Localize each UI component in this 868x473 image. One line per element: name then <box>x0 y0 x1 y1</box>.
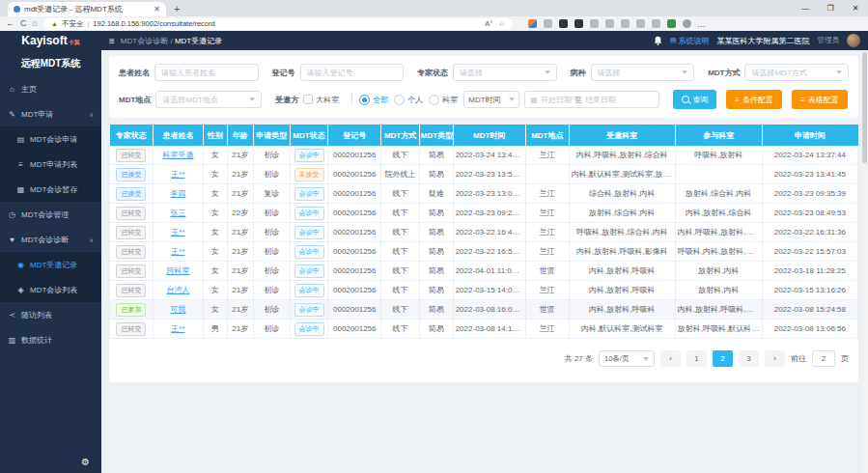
sidebar-item-label: MDT受邀记录 <box>30 260 77 270</box>
page-size-select[interactable]: 10条/页 <box>599 350 655 367</box>
radio-personal[interactable] <box>394 95 405 105</box>
mdt-place-select[interactable]: 请选择MDT地点 <box>155 91 262 108</box>
expert-status-select[interactable]: 请选择 <box>453 64 557 81</box>
sidebar-item-mdt-consult-list[interactable]: ◈MDT会诊列表 <box>0 277 101 302</box>
window-minimize-icon[interactable]: — <box>793 0 818 16</box>
patient-name-link[interactable]: 张三 <box>170 209 185 217</box>
patient-name-link[interactable]: 王** <box>171 247 184 256</box>
sidebar-item-mdt-invite-record[interactable]: ◉MDT受邀记录 <box>0 252 101 277</box>
patient-name-link[interactable]: 王** <box>171 228 184 236</box>
home-nav-icon[interactable]: ⌂ <box>33 19 38 28</box>
user-avatar[interactable] <box>847 34 860 47</box>
back-icon[interactable]: ← <box>6 19 14 28</box>
page-button-1[interactable]: 1 <box>686 350 707 367</box>
big-dept-checkbox-label: 大科室 <box>316 95 339 105</box>
column-header: MDT类型 <box>419 125 453 146</box>
extension-icon[interactable] <box>574 19 583 28</box>
sidebar-item-label: MDT申请列表 <box>30 159 77 170</box>
extension-icon[interactable] <box>652 19 660 28</box>
prev-page-button[interactable]: ‹ <box>660 350 681 367</box>
calendar-icon: ▦ <box>530 96 538 104</box>
cell-place: 兰江 <box>525 184 569 204</box>
gear-icon[interactable]: ⚙ <box>81 457 90 467</box>
bell-icon[interactable] <box>654 36 662 45</box>
sidebar-collapse-icon[interactable]: ≡ <box>109 36 115 46</box>
app-logo: Kayisoft 卡翼 <box>0 34 101 47</box>
cell-invited-depts: 内科,放射科,呼吸科,影像科 <box>569 242 675 262</box>
patient-name-link[interactable]: 王** <box>171 324 184 333</box>
tab-close-icon[interactable]: ✕ <box>154 5 160 14</box>
table-config-button[interactable]: ≡ 表格配置 <box>792 90 848 109</box>
disease-select[interactable]: 请选择 <box>591 64 695 81</box>
radio-all[interactable] <box>359 95 370 105</box>
radio-dept[interactable] <box>429 95 439 105</box>
patient-name-link[interactable]: 科室受邀 <box>162 151 193 159</box>
system-help-link[interactable]: ▤ 系统说明 <box>670 36 710 46</box>
extension-icon[interactable] <box>544 19 552 28</box>
extension-icon[interactable] <box>621 19 630 28</box>
cell-join-depts: 呼吸科,内科,放射科,影像科 <box>675 242 762 262</box>
favorite-star-icon[interactable]: ☆ <box>498 19 505 28</box>
reload-icon[interactable]: C <box>20 19 27 28</box>
breadcrumb: MDT会诊诊断 / MDT受邀记录 <box>121 36 222 46</box>
doc-icon: ▤ <box>670 37 677 44</box>
goto-page-input[interactable]: 2 <box>812 350 835 367</box>
cell-mdt-type: 疑难 <box>419 184 453 204</box>
sidebar-item-mdt-diagnose[interactable]: ♥MDT会诊诊断∧ <box>0 227 101 252</box>
table-header-row: 专家状态患者姓名性别年龄申请类型MDT状态登记号MDT方式MDT类型MDT时间M… <box>110 125 858 146</box>
sidebar-item-statistics[interactable]: ▥数据统计 <box>0 327 101 352</box>
extension-icon[interactable] <box>559 19 568 28</box>
patient-name-input[interactable]: 请输入患者姓名 <box>154 64 259 81</box>
patient-name-link[interactable]: 跨科室 <box>166 266 189 275</box>
next-page-button[interactable]: › <box>765 350 785 367</box>
extension-icon[interactable] <box>636 19 645 28</box>
condition-config-button[interactable]: ≡ 条件配置 <box>726 90 782 109</box>
sidebar-item-mdt-apply[interactable]: ✎MDT申请∧ <box>0 101 101 126</box>
divider <box>351 94 352 105</box>
cell-gender: 女 <box>203 300 227 320</box>
sidebar-item-follow-list[interactable]: ≺随访列表 <box>0 302 101 327</box>
cell-mdt-time: 2022-03-24 13:40:00 <box>453 146 525 165</box>
patient-name-link[interactable]: 台湾人 <box>166 286 189 294</box>
window-close-icon[interactable]: ✕ <box>843 0 868 16</box>
sidebar-item-mdt-manage[interactable]: ◷MDT会诊管理 <box>0 202 101 227</box>
page-scrollbar[interactable] <box>861 50 868 473</box>
big-dept-checkbox[interactable] <box>303 95 313 104</box>
read-aloud-icon[interactable]: A° <box>485 19 492 28</box>
sidebar-item-mdt-consult-apply[interactable]: ▤MDT会诊申请 <box>0 126 101 152</box>
register-no-input[interactable]: 请输入登记号 <box>300 64 405 81</box>
extension-icon[interactable] <box>590 19 599 28</box>
column-header: 性别 <box>203 125 227 146</box>
patient-name-link[interactable]: 王** <box>171 170 184 179</box>
scrollbar-thumb[interactable] <box>862 52 867 163</box>
extension-icon[interactable] <box>667 19 676 28</box>
page-button-3[interactable]: 3 <box>739 350 759 367</box>
page-button-2[interactable]: 2 <box>713 350 733 367</box>
cell-mdt-status: 未接受 <box>290 165 328 184</box>
sidebar-item-mdt-apply-list[interactable]: ≡MDT申请列表 <box>0 152 101 177</box>
extension-icon[interactable] <box>605 19 614 28</box>
cell-mdt-type: 简易 <box>419 204 453 223</box>
sidebar-item-home[interactable]: ⌂主页 <box>0 76 101 101</box>
patient-name-link[interactable]: 李四 <box>170 189 185 198</box>
cell-apply-time: 2022-03-22 15:57:03 <box>762 242 857 262</box>
date-range-input[interactable]: ▦ 开始日期 至 结束日期 <box>524 91 659 108</box>
url-input[interactable]: ▲ 不安全 | 192.168.0.156:9002/consultate/re… <box>43 18 513 30</box>
window-restore-icon[interactable]: ❐ <box>818 0 843 16</box>
patient-name-link[interactable]: 可我 <box>170 305 185 314</box>
cell-mode: 线下 <box>381 320 420 339</box>
new-tab-button[interactable]: + <box>174 3 180 14</box>
extension-icon[interactable] <box>528 19 537 28</box>
sidebar-item-mdt-consult-draft[interactable]: ▦MDT会诊暂存 <box>0 177 101 202</box>
time-type-select[interactable]: MDT时间 <box>463 91 519 108</box>
browser-menu-icon[interactable]: … <box>697 19 707 29</box>
profile-avatar-icon[interactable] <box>683 19 691 28</box>
cell-apply-time: 2022-03-24 13:37:44 <box>762 146 857 165</box>
cell-name: 李四 <box>153 184 203 204</box>
browser-tab[interactable]: mdt受邀记录 - 远程MDT系统 ✕ <box>8 2 166 16</box>
cell-expert-status: 已接受 <box>110 184 154 204</box>
cell-name: 王** <box>153 223 203 242</box>
search-button[interactable]: 查询 <box>673 90 716 109</box>
mdt-mode-select[interactable]: 请选择MDT方式 <box>744 64 849 81</box>
cell-apply-type: 初诊 <box>253 146 290 165</box>
